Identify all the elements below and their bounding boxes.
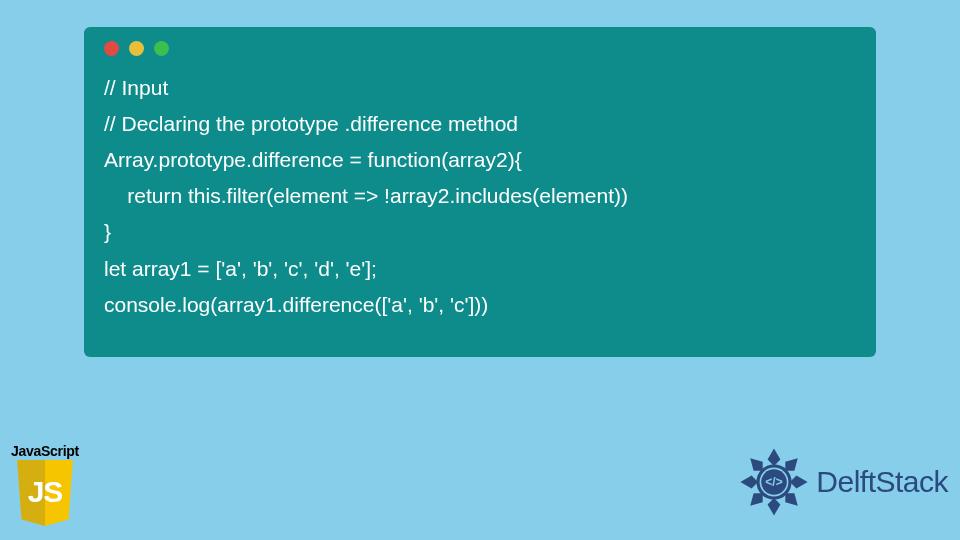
delftstack-logo-icon: </> [734, 442, 814, 522]
javascript-shield-icon: JS [14, 460, 76, 526]
maximize-dot-icon [154, 41, 169, 56]
javascript-badge: JavaScript JS [6, 443, 84, 526]
code-line: console.log(array1.difference(['a', 'b',… [104, 293, 488, 316]
code-line: } [104, 220, 111, 243]
code-window: // Input // Declaring the prototype .dif… [84, 27, 876, 357]
delftstack-brand-text: DelftStack [816, 465, 948, 499]
code-line: Array.prototype.difference = function(ar… [104, 148, 522, 171]
code-block: // Input // Declaring the prototype .dif… [104, 70, 856, 323]
code-line: // Declaring the prototype .difference m… [104, 112, 518, 135]
window-controls [104, 41, 856, 56]
javascript-label: JavaScript [6, 443, 84, 459]
svg-text:</>: </> [766, 475, 783, 489]
delftstack-badge: </> DelftStack [734, 442, 948, 522]
code-line: // Input [104, 76, 168, 99]
minimize-dot-icon [129, 41, 144, 56]
code-line: return this.filter(element => !array2.in… [104, 184, 628, 207]
code-line: let array1 = ['a', 'b', 'c', 'd', 'e']; [104, 257, 377, 280]
close-dot-icon [104, 41, 119, 56]
js-shield-text: JS [23, 468, 67, 516]
